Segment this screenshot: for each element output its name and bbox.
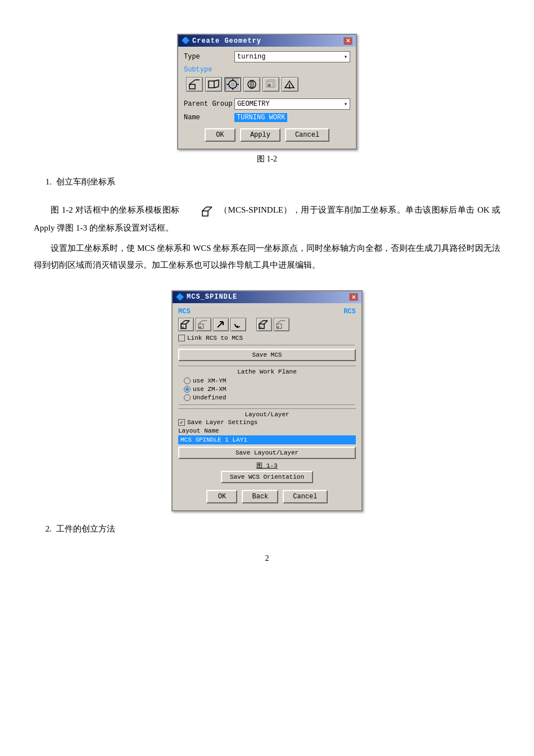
page-number: 2 (34, 554, 500, 563)
svg-point-8 (231, 83, 234, 86)
dialog2-titlebar: 🔷 MCS_SPINDLE ✕ (173, 291, 361, 303)
fig1-3-label: 图 1-3 (256, 461, 277, 470)
text-section-2: 2. 工件的创立方法 (34, 520, 500, 537)
subtype-icon-6[interactable] (282, 77, 298, 92)
radio-row-1: use XM-YM (184, 377, 356, 384)
subtype-icons-row: ⊞ (184, 75, 350, 94)
link-rcs-checkbox[interactable] (178, 335, 185, 341)
rcs-icon-2[interactable]: R (274, 318, 289, 331)
dialog2-body: MCS RCS M M R (173, 303, 361, 510)
link-rcs-row: Link RCS to MCS (178, 335, 356, 341)
svg-line-5 (214, 87, 219, 88)
sep-2 (179, 404, 355, 405)
paragraph-1: 图 1-2 对话框中的坐标系模板图标 （MCS-SPINDLE），用于设置车削加… (34, 201, 500, 236)
dialog2-cancel-button[interactable]: Cancel (283, 490, 327, 503)
radio-xm-ym-label: use XM-YM (193, 377, 226, 384)
name-value: TURNING WORK (234, 113, 287, 122)
geometry-icon: 🔷 (182, 37, 190, 45)
list-item-1: 1. 创立车削坐标系 (34, 173, 500, 190)
dialog2-back-button[interactable]: Back (242, 490, 278, 503)
save-wcs-area: 图 1-3 Save WCS Orientation (178, 461, 356, 485)
subtype-icon-1[interactable] (186, 77, 203, 92)
rcs-icon-1[interactable]: R (256, 318, 272, 331)
svg-text:R: R (277, 326, 279, 329)
rcs-label: RCS (343, 308, 356, 316)
radio-zm-xm-label: use ZM-XM (193, 386, 226, 393)
dialog1-apply-button[interactable]: Apply (240, 128, 280, 142)
lathe-work-plane-section: Lathe Work Plane (178, 366, 356, 375)
list-num-1: 1. (34, 173, 56, 190)
save-layer-row: ✓ Save Layer Settings (178, 419, 356, 426)
dialog1-title-area: 🔷 Create Geometry (182, 37, 261, 45)
dialog2-title: MCS_SPINDLE (187, 293, 237, 301)
svg-line-44 (277, 321, 280, 324)
mcs-label: MCS (178, 308, 191, 316)
svg-line-30 (198, 321, 202, 324)
lathe-work-plane-label: Lathe Work Plane (237, 368, 297, 375)
mcs-spindle-dialog: 🔷 MCS_SPINDLE ✕ MCS RCS M M (171, 290, 363, 511)
name-row: Name TURNING WORK (184, 113, 350, 122)
dialog2-title-area: 🔷 MCS_SPINDLE (176, 293, 237, 302)
mcs-dialog-icon: 🔷 (176, 293, 184, 302)
dialog1-container: 🔷 Create Geometry ✕ Type turning ▾ Subty… (34, 34, 500, 150)
layout-layer-section-title: Layout/Layer (178, 408, 356, 418)
dialog1-cancel-button[interactable]: Cancel (285, 128, 329, 142)
radio-undefined-label: Undefined (193, 394, 226, 401)
parent-group-row: Parent Group GEOMETRY ▾ (184, 98, 350, 110)
mcs-icon-inline (184, 202, 215, 219)
subtype-label: Subtype (184, 66, 350, 74)
link-rcs-label: Link RCS to MCS (187, 335, 243, 341)
parent-group-dropdown[interactable]: GEOMETRY ▾ (234, 98, 350, 110)
mcs-icon-3[interactable] (213, 318, 229, 331)
sep-1 (179, 345, 355, 345)
parent-group-label: Parent Group (184, 100, 234, 108)
save-layer-checkbox[interactable]: ✓ (178, 419, 185, 426)
type-row: Type turning ▾ (184, 51, 350, 62)
list-num-2: 2. (34, 520, 56, 537)
subtype-icon-5[interactable]: ⊞ (263, 77, 279, 92)
svg-line-41 (264, 321, 268, 324)
parent-group-value: GEOMETRY (237, 100, 270, 108)
svg-point-18 (288, 82, 291, 84)
dialog1-titlebar: 🔷 Create Geometry ✕ (178, 35, 356, 47)
type-dropdown[interactable]: turning ▾ (234, 51, 350, 62)
radio-zm-xm[interactable] (184, 386, 191, 393)
text-section-1: 1. 创立车削坐标系 (34, 173, 500, 190)
save-layout-button[interactable]: Save Layout/Layer (178, 447, 356, 459)
dialog2-ok-button[interactable]: OK (206, 490, 237, 503)
name-input-area: TURNING WORK (234, 113, 350, 122)
dialog1-ok-button[interactable]: OK (205, 128, 236, 142)
type-value: turning (237, 53, 265, 61)
paragraph-2: 设置加工坐标系时，使 MCS 坐标系和 WCS 坐标系在同一坐标原点，同时坐标轴… (34, 240, 500, 273)
radio-undefined[interactable] (184, 394, 191, 401)
parent-group-arrow: ▾ (344, 101, 347, 107)
subtype-icon-4[interactable] (243, 77, 260, 92)
svg-rect-20 (202, 211, 208, 216)
mcs-icon-2[interactable]: M (196, 318, 211, 331)
mcs-icon-1[interactable]: M (178, 318, 194, 331)
layout-name-input[interactable]: MCS SPINDLE 1 LAY1 (178, 435, 356, 444)
svg-line-1 (189, 80, 195, 84)
mcs-icon-4[interactable] (230, 318, 246, 331)
svg-line-27 (186, 321, 189, 324)
dialog2-buttons: OK Back Cancel (178, 488, 356, 506)
subtype-icon-3[interactable] (224, 77, 241, 92)
save-layer-label: Save Layer Settings (187, 419, 257, 426)
para1-start: 图 1-2 对话框中的坐标系模板图标 (51, 205, 180, 214)
svg-text:M: M (199, 326, 201, 329)
svg-line-37 (238, 326, 240, 327)
list-text-2: 工件的创立方法 (56, 520, 115, 537)
svg-rect-3 (209, 81, 214, 88)
list-item-2: 2. 工件的创立方法 (34, 520, 500, 537)
svg-line-23 (208, 207, 212, 211)
name-label: Name (184, 114, 234, 122)
svg-line-25 (181, 321, 185, 324)
save-wcs-button[interactable]: Save WCS Orientation (221, 471, 313, 483)
svg-text:⊞: ⊞ (268, 83, 271, 87)
dialog1-close-button[interactable]: ✕ (343, 37, 352, 45)
dialog2-close-button[interactable]: ✕ (349, 293, 358, 301)
radio-xm-ym[interactable] (184, 377, 191, 384)
save-mcs-button[interactable]: Save MCS (178, 349, 356, 361)
subtype-icon-2[interactable] (205, 77, 222, 92)
svg-line-4 (214, 80, 219, 81)
